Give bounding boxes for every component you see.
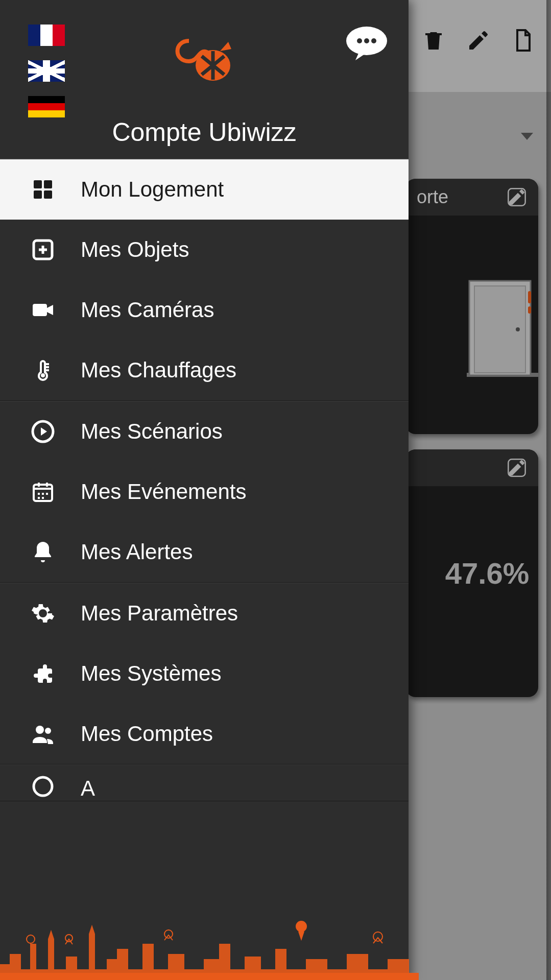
chat-icon[interactable]: [344, 26, 389, 61]
calendar-icon: [30, 479, 56, 505]
svg-rect-16: [44, 190, 52, 199]
users-icon: [30, 721, 56, 747]
svg-point-29: [373, 932, 382, 941]
menu-label: Mes Systèmes: [81, 661, 221, 686]
menu-label: A: [81, 776, 95, 801]
camera-icon: [30, 297, 56, 323]
svg-point-22: [36, 726, 44, 734]
play-circle-icon: [30, 418, 56, 445]
menu-label: Mes Caméras: [81, 298, 214, 322]
svg-rect-15: [34, 190, 42, 199]
circle-icon: [30, 773, 56, 800]
menu-label: Mes Paramètres: [81, 601, 238, 626]
svg-rect-13: [34, 180, 42, 188]
menu-label: Mes Comptes: [81, 722, 213, 746]
side-drawer: Compte Ubiwizz Mon Logement Mes Objets: [0, 0, 409, 980]
menu-item-scenarios[interactable]: Mes Scénarios: [0, 401, 409, 462]
svg-point-27: [164, 930, 173, 938]
menu-group-scenarios: Mes Scénarios Mes Evénements Mes Alertes: [0, 401, 409, 583]
menu-item-logement[interactable]: Mon Logement: [0, 159, 409, 220]
menu-item-partial[interactable]: A: [0, 765, 409, 801]
bell-icon: [30, 539, 56, 565]
menu-item-parametres[interactable]: Mes Paramètres: [0, 583, 409, 643]
grid-icon: [30, 176, 56, 203]
svg-point-12: [371, 38, 376, 43]
menu-item-alertes[interactable]: Mes Alertes: [0, 522, 409, 582]
menu-label: Mes Scénarios: [81, 419, 223, 444]
menu-label: Mon Logement: [81, 177, 224, 202]
flag-germany-icon[interactable]: [28, 96, 65, 117]
screen-edge-shadow: [546, 0, 551, 980]
thermometer-icon: [30, 357, 56, 384]
svg-point-23: [45, 728, 51, 734]
menu-item-evenements[interactable]: Mes Evénements: [0, 462, 409, 522]
menu-label: Mes Objets: [81, 237, 189, 262]
svg-point-24: [34, 777, 52, 796]
svg-point-10: [357, 38, 362, 43]
menu-item-comptes[interactable]: Mes Comptes: [0, 704, 409, 764]
menu-label: Mes Alertes: [81, 540, 193, 564]
svg-rect-14: [44, 180, 52, 188]
menu-group-home: Mon Logement Mes Objets Mes Caméras Mes …: [0, 159, 409, 401]
svg-point-11: [364, 38, 369, 43]
menu-label: Mes Evénements: [81, 480, 246, 504]
puzzle-icon: [30, 660, 56, 687]
drawer-title: Compte Ubiwizz: [0, 117, 409, 147]
menu-label: Mes Chauffages: [81, 358, 236, 383]
menu-item-systemes[interactable]: Mes Systèmes: [0, 643, 409, 704]
gear-icon: [30, 600, 56, 627]
menu-item-cameras[interactable]: Mes Caméras: [0, 280, 409, 340]
svg-point-25: [27, 935, 35, 943]
svg-point-26: [65, 935, 73, 942]
menu-group-system: Mes Paramètres Mes Systèmes Mes Comptes: [0, 583, 409, 764]
svg-rect-18: [33, 304, 47, 316]
menu-item-chauffages[interactable]: Mes Chauffages: [0, 340, 409, 400]
menu-item-objets[interactable]: Mes Objets: [0, 220, 409, 280]
menu-group-extra: A: [0, 764, 409, 801]
svg-point-19: [41, 373, 45, 377]
svg-point-28: [296, 921, 306, 931]
plus-square-icon: [30, 236, 56, 263]
footer-skyline: [0, 909, 419, 980]
drawer-menu: Mon Logement Mes Objets Mes Caméras Mes …: [0, 159, 409, 980]
drawer-header: Compte Ubiwizz: [0, 0, 409, 159]
